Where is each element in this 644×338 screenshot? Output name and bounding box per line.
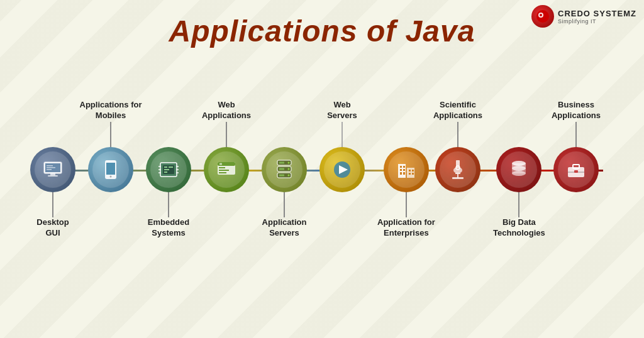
icon-5 <box>266 151 303 188</box>
vline-5-down <box>284 192 285 217</box>
svg-rect-31 <box>219 163 222 165</box>
vline-10-up <box>575 122 577 147</box>
node-7: Application forEnterprises <box>377 147 435 239</box>
svg-rect-24 <box>176 169 179 170</box>
vline-8-up <box>457 122 458 147</box>
node-8: ScientificApplications <box>435 147 480 192</box>
svg-rect-7 <box>48 175 58 177</box>
icon-6 <box>324 151 360 188</box>
svg-rect-54 <box>412 173 414 175</box>
vline-3-down <box>168 192 169 217</box>
svg-rect-19 <box>169 166 173 168</box>
label-above-2: Applications forMobiles <box>73 100 148 121</box>
svg-rect-69 <box>574 170 578 173</box>
vline-2-up <box>110 122 111 147</box>
vline-1-down <box>52 192 53 217</box>
circle-1 <box>30 147 75 192</box>
node-3: EmbeddedSystems <box>146 147 191 239</box>
label-above-4: WebApplications <box>189 100 264 121</box>
svg-rect-59 <box>457 174 458 178</box>
logo-tagline: Simplifying IT <box>558 18 636 25</box>
icon-3 <box>150 151 187 188</box>
circle-9 <box>496 147 541 192</box>
vline-4-up <box>226 122 227 147</box>
page-container: CREDO SYSTEMZ Simplifying IT Application… <box>0 0 644 338</box>
node-6: WebServers <box>319 147 365 192</box>
svg-rect-51 <box>409 170 411 172</box>
circle-8 <box>435 147 480 192</box>
circle-5 <box>262 147 307 192</box>
svg-rect-23 <box>176 166 179 167</box>
svg-rect-25 <box>176 172 179 173</box>
svg-rect-22 <box>158 172 161 173</box>
svg-rect-6 <box>50 173 55 175</box>
circle-4 <box>204 147 249 192</box>
svg-rect-40 <box>279 175 284 177</box>
svg-rect-18 <box>164 172 167 173</box>
svg-rect-17 <box>164 169 169 170</box>
icon-1 <box>35 151 71 188</box>
svg-rect-47 <box>400 169 402 171</box>
logo-text: CREDO SYSTEMZ Simplifying IT <box>558 9 636 25</box>
svg-point-56 <box>453 167 462 173</box>
label-1: DesktopGUI <box>36 217 69 239</box>
vline-6-up <box>341 122 343 147</box>
label-above-8: ScientificApplications <box>420 100 496 121</box>
node-10: BusinessApplications <box>553 147 599 192</box>
circle-2 <box>88 147 133 192</box>
svg-rect-10 <box>47 169 52 170</box>
node-1: DesktopGUI <box>30 147 75 239</box>
node-9: Big DataTechnologies <box>493 147 545 239</box>
vline-9-down <box>518 192 519 217</box>
svg-rect-49 <box>400 172 402 175</box>
svg-rect-20 <box>158 166 161 167</box>
svg-rect-28 <box>219 167 225 168</box>
svg-point-37 <box>288 175 290 177</box>
circle-3 <box>146 147 191 192</box>
svg-point-36 <box>288 168 290 170</box>
circle-7 <box>384 147 429 192</box>
label-9: Big DataTechnologies <box>493 217 545 239</box>
icon-9 <box>501 151 537 188</box>
svg-rect-57 <box>455 173 460 174</box>
icon-2 <box>92 151 129 188</box>
icon-10 <box>558 151 594 188</box>
label-above-10: BusinessApplications <box>538 100 614 121</box>
logo: CREDO SYSTEMZ Simplifying IT <box>531 5 636 28</box>
svg-rect-16 <box>164 166 167 168</box>
svg-rect-30 <box>219 172 226 173</box>
logo-name: CREDO SYSTEMZ <box>558 9 636 18</box>
svg-rect-50 <box>403 172 405 175</box>
svg-rect-21 <box>158 169 161 170</box>
icon-4 <box>208 151 245 188</box>
svg-rect-8 <box>47 165 53 166</box>
icon-8 <box>440 151 476 188</box>
node-4: WebApplications <box>204 147 249 192</box>
label-3: EmbeddedSystems <box>148 217 189 239</box>
svg-rect-9 <box>47 167 55 168</box>
vline-7-down <box>406 192 407 217</box>
svg-rect-53 <box>409 173 411 175</box>
node-2: Applications forMobiles <box>88 147 133 192</box>
label-above-6: WebServers <box>311 100 374 121</box>
circle-10 <box>553 147 599 192</box>
label-7: Application forEnterprises <box>377 217 435 239</box>
svg-rect-46 <box>403 166 405 168</box>
svg-rect-12 <box>106 163 115 175</box>
timeline: DesktopGUI Applications forMobiles <box>13 69 631 333</box>
svg-rect-29 <box>219 170 229 171</box>
svg-point-65 <box>512 171 526 176</box>
logo-icon <box>531 5 554 28</box>
svg-point-35 <box>288 162 290 164</box>
svg-rect-45 <box>400 166 402 168</box>
icon-7 <box>388 151 425 188</box>
svg-rect-38 <box>279 162 284 164</box>
circle-6 <box>319 147 365 192</box>
label-5: ApplicationServers <box>262 217 307 239</box>
svg-rect-67 <box>573 165 579 168</box>
svg-rect-48 <box>403 169 405 171</box>
svg-rect-39 <box>279 168 284 170</box>
svg-point-13 <box>110 176 112 178</box>
svg-point-2 <box>540 14 542 16</box>
node-5: ApplicationServers <box>262 147 307 239</box>
